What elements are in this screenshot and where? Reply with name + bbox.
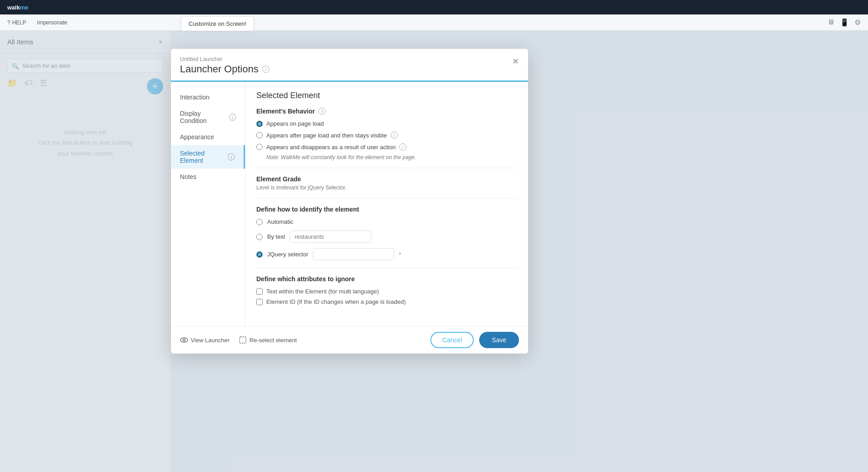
- behavior-radio-2[interactable]: [256, 144, 263, 150]
- behavior-option-2[interactable]: Appears and disappears as a result of us…: [256, 143, 517, 151]
- behavior-radio-group: Appears on page load Appears after page …: [256, 120, 517, 151]
- customize-on-screen-button[interactable]: Customize on Screen!: [181, 16, 254, 31]
- modal-content-area: Selected Element Element's Behavior i Ap…: [245, 82, 528, 326]
- launcher-options-modal: Untitled Launcher Launcher Options i ✕ I…: [171, 49, 528, 354]
- eye-icon: [180, 336, 188, 344]
- behavior-radio-1[interactable]: [256, 132, 263, 138]
- modal-footer: View Launcher Re-select element Cancel S…: [171, 326, 528, 354]
- modal-header: Untitled Launcher Launcher Options i ✕: [171, 49, 528, 82]
- behavior-radio-0[interactable]: [256, 121, 263, 127]
- display-condition-info-icon[interactable]: i: [229, 113, 236, 121]
- settings-icon[interactable]: ⚙: [854, 18, 861, 27]
- identify-radio-jquery[interactable]: [256, 251, 263, 258]
- attribute-checkbox-1[interactable]: [256, 299, 263, 305]
- identify-radio-automatic[interactable]: [256, 219, 263, 225]
- selected-element-info-icon[interactable]: i: [228, 153, 235, 160]
- jquery-selector-input[interactable]: [313, 248, 394, 260]
- view-launcher-link[interactable]: View Launcher: [180, 336, 230, 344]
- behavior-option-1-info-icon[interactable]: i: [391, 132, 398, 139]
- behavior-option-0[interactable]: Appears on page load: [256, 120, 517, 127]
- svg-point-3: [183, 339, 185, 341]
- identify-radio-bytext[interactable]: [256, 234, 263, 240]
- identify-options: Automatic By text JQuery selector *: [256, 218, 517, 260]
- nav-item-notes[interactable]: Notes: [171, 169, 245, 185]
- identify-option-bytext[interactable]: By text: [256, 231, 517, 243]
- attribute-option-0[interactable]: Text within the Element (for multi langu…: [256, 288, 517, 295]
- svg-rect-4: [240, 337, 246, 343]
- modal-title-info-icon[interactable]: i: [262, 66, 269, 73]
- modal-title: Launcher Options i: [180, 63, 519, 80]
- footer-left: View Launcher Re-select element: [180, 336, 297, 344]
- attribute-option-1[interactable]: Element ID (If the ID changes when a pag…: [256, 298, 517, 305]
- nav-item-display-condition[interactable]: Display Condition i: [171, 105, 245, 129]
- modal-sidebar: Interaction Display Condition i Appearan…: [171, 82, 245, 326]
- behavior-title: Element's Behavior i: [256, 108, 517, 115]
- reselect-icon: [239, 336, 247, 344]
- attributes-checkboxes: Text within the Element (for multi langu…: [256, 288, 517, 305]
- behavior-option-2-info-icon[interactable]: i: [399, 143, 406, 151]
- modal-subtitle: Untitled Launcher: [180, 56, 519, 62]
- attribute-checkbox-0[interactable]: [256, 288, 263, 295]
- impersonate-button[interactable]: Impersonate: [37, 19, 67, 26]
- device-icons: 🖥 📱 ⚙: [827, 18, 861, 27]
- desktop-icon[interactable]: 🖥: [827, 18, 835, 27]
- required-star-icon: *: [399, 251, 401, 258]
- walkme-logo: walk me: [7, 4, 34, 11]
- identify-option-jquery[interactable]: JQuery selector *: [256, 248, 517, 260]
- nav-item-interaction[interactable]: Interaction: [171, 89, 245, 105]
- identify-option-automatic[interactable]: Automatic: [256, 218, 517, 225]
- svg-point-2: [180, 338, 188, 342]
- identify-title: Define how to identify the element: [256, 206, 517, 213]
- behavior-option-1[interactable]: Appears after page load and then stays v…: [256, 132, 517, 139]
- secondary-bar: ? HELP Impersonate 🖥 📱 ⚙: [0, 14, 868, 31]
- svg-text:walk: walk: [7, 4, 20, 11]
- reselect-element-link[interactable]: Re-select element: [239, 336, 297, 344]
- attributes-title: Define which attributes to ignore: [256, 275, 517, 283]
- section-title: Selected Element: [256, 91, 517, 100]
- save-button[interactable]: Save: [479, 332, 519, 348]
- divider-3: [256, 268, 517, 268]
- nav-item-selected-element[interactable]: Selected Element i: [171, 145, 245, 169]
- divider-2: [256, 198, 517, 198]
- grade-desc: Level is irrelevant for jQuery Selector.: [256, 184, 517, 191]
- modal-body: Interaction Display Condition i Appearan…: [171, 82, 528, 326]
- behavior-note: Note: WalkMe will constantly look for th…: [266, 154, 517, 160]
- divider-1: [256, 168, 517, 168]
- tablet-icon[interactable]: 📱: [840, 18, 849, 27]
- top-bar: walk me: [0, 0, 868, 14]
- bytext-input[interactable]: [290, 231, 371, 243]
- help-button[interactable]: ? HELP: [7, 19, 26, 26]
- svg-text:me: me: [20, 4, 28, 11]
- nav-item-appearance[interactable]: Appearance: [171, 129, 245, 145]
- footer-right: Cancel Save: [430, 332, 519, 348]
- behavior-info-icon[interactable]: i: [318, 108, 326, 115]
- close-button[interactable]: ✕: [510, 56, 521, 67]
- grade-title: Element Grade: [256, 175, 517, 183]
- cancel-button[interactable]: Cancel: [430, 332, 474, 348]
